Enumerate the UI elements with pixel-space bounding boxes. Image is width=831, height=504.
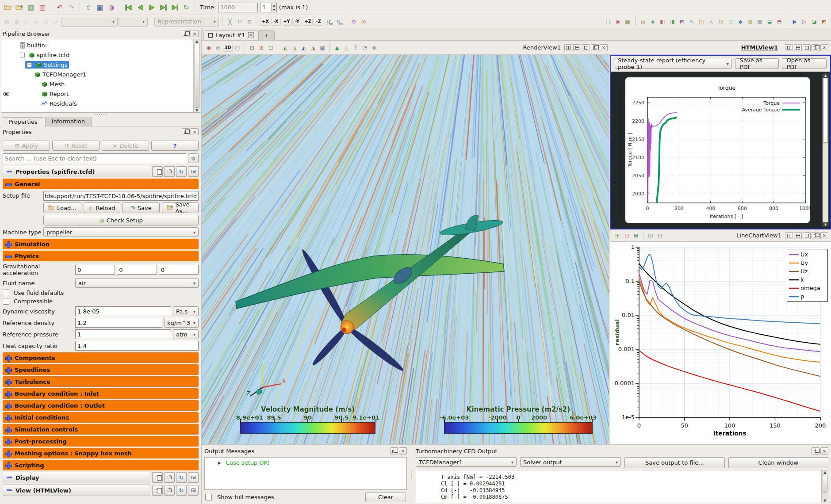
section-simulation[interactable]: Simulation [3, 239, 199, 249]
section-initial-conditions[interactable]: Initial conditions [3, 412, 199, 423]
clear-selection-icon[interactable]: ⊗ [370, 44, 379, 52]
gravity-y-field[interactable] [117, 265, 157, 275]
save-as-button[interactable]: Save As... [162, 202, 199, 213]
solver-output-box[interactable]: T_axis [Nm] = -2214.503Cl [-] = 0.002944… [416, 470, 828, 503]
visibility-eye-icon[interactable] [1, 92, 11, 96]
fluid-name-combo[interactable]: air▾ [75, 278, 199, 288]
viscosity-unit-combo[interactable]: Pa.s▾ [173, 306, 199, 316]
close-view-button[interactable]: × [820, 44, 828, 51]
heat-capacity-field[interactable] [75, 341, 199, 351]
component-combo[interactable]: ▾ [119, 17, 148, 27]
time-input[interactable] [218, 3, 258, 12]
report-scrollbar[interactable]: ▲▼ [822, 73, 829, 227]
warp-filter-icon[interactable]: ◬ [707, 18, 716, 26]
pipeline-item-residuals[interactable]: Residuals [1, 99, 193, 108]
close-panel-button[interactable]: × [191, 128, 199, 135]
capture-view-icon[interactable]: ◎ [214, 44, 222, 52]
pipeline-item-settings[interactable]: −Settings [1, 60, 193, 69]
cfd-output-type-combo[interactable]: Solver output▾ [520, 457, 621, 467]
panel-splitter-handle[interactable] [0, 113, 201, 116]
section-meshing-options-snappy-hex-mesh[interactable]: Meshing options : Snappy hex mesh [3, 448, 199, 458]
refresh-properties-button[interactable]: ↻ [176, 166, 187, 177]
paste-properties-button[interactable] [164, 166, 175, 177]
section-post-processing[interactable]: Post-processing [3, 436, 199, 447]
section-simulation-controls[interactable]: Simulation controls [3, 424, 199, 435]
select-points-through-icon[interactable]: ◮ [309, 44, 318, 52]
rescale-visible-range-icon[interactable]: ⊙ [245, 18, 254, 26]
preview-frame-icon[interactable]: ▢ [233, 44, 242, 52]
show-full-messages-checkbox[interactable] [205, 494, 212, 500]
select-cells-through-icon[interactable]: ◭ [299, 44, 308, 52]
frame-input[interactable] [260, 3, 271, 12]
save-output-button[interactable]: Save output to file... [624, 457, 725, 468]
calculator-filter-icon[interactable]: ▤ [639, 18, 647, 26]
chart-export-icon[interactable]: ⊞ [613, 232, 622, 240]
lasso-selection-icon[interactable]: ▷ [800, 18, 809, 26]
chart-reset-icon[interactable]: ⊡ [655, 232, 664, 240]
undo-icon[interactable]: ↶ [54, 3, 65, 12]
rotate-90-cw-button[interactable]: ↻-90 [334, 18, 343, 26]
interactive-select-cells-icon[interactable]: ▲ [333, 44, 341, 52]
select-block-icon[interactable]: ▦ [318, 44, 327, 52]
close-panel-button[interactable]: × [399, 447, 407, 454]
set-view-plus-x-button[interactable]: +X [260, 18, 270, 26]
close-view-button[interactable]: × [600, 44, 608, 51]
link-selection-icon[interactable]: ⇄ [51, 18, 60, 26]
section-scripting[interactable]: Scripting [3, 460, 199, 470]
expand-message-icon[interactable]: ▶ [218, 461, 221, 465]
refresh-properties-button[interactable]: ↻ [176, 472, 187, 483]
line-chart-view[interactable]: 10.10.010.0010.00011e-5050100150200Itera… [610, 242, 831, 444]
turbo-rotor-icon[interactable]: ◒ [765, 18, 774, 26]
save-as-pdf-button[interactable]: Save as PDF [735, 58, 779, 69]
link-time-icon[interactable]: ⇆ [42, 18, 50, 26]
toggle-3d-icon[interactable]: 3D [223, 44, 233, 52]
first-frame-button[interactable] [123, 3, 134, 12]
show-orientation-axes-icon[interactable]: ◎ [359, 18, 368, 26]
messages-list[interactable]: ▶Case setup OK! [204, 457, 407, 490]
cfd-scrollbar[interactable]: ▲▼ [821, 470, 828, 503]
clear-messages-button[interactable]: Clear [365, 492, 406, 502]
maximize-button[interactable] [582, 44, 590, 51]
layout-tab[interactable]: Layout #1 ✕ [203, 30, 259, 40]
maximize-button[interactable] [803, 44, 811, 51]
section-boundary-condition-inlet[interactable]: Boundary condition : Inlet [3, 388, 199, 399]
loop-button[interactable]: ↻ [181, 3, 191, 12]
selection-help-icon[interactable]: ? [351, 44, 360, 52]
extract-block-icon[interactable]: ⊟ [726, 18, 735, 26]
check-setup-button[interactable]: ◎Check Setup [43, 215, 199, 225]
split-vertical-button[interactable] [573, 44, 581, 51]
view-section-header[interactable]: View (HTMLView) [3, 485, 150, 496]
last-frame-button[interactable] [169, 3, 180, 12]
turbo-mesh-icon[interactable]: ▩ [755, 18, 764, 26]
save-button[interactable]: ↷Save [123, 202, 159, 213]
pipeline-item-spitfire-tcfd[interactable]: −spitfire.tcfd [1, 50, 193, 60]
rotate-90-ccw-button[interactable]: ↺+90 [324, 18, 333, 26]
reload-button[interactable]: ◐Reload [84, 202, 120, 213]
contour-filter-icon[interactable]: ◈ [648, 18, 657, 26]
float-panel-button[interactable] [182, 128, 190, 135]
link-add-icon[interactable]: ⇆ [22, 18, 31, 26]
frame-spinner-arrows[interactable]: ▲▼ [271, 3, 276, 12]
center-of-rotation-icon[interactable]: ⊕ [349, 18, 358, 26]
preview-mode-icon[interactable]: ▢ [604, 18, 613, 26]
add-layout-tab[interactable]: + [259, 30, 275, 40]
turbo-volume-icon[interactable]: ◍ [746, 18, 754, 26]
play-button[interactable] [146, 3, 157, 12]
copy-properties-button[interactable] [152, 166, 163, 177]
previous-frame-button[interactable] [135, 3, 146, 12]
save-defaults-button[interactable] [188, 472, 199, 483]
report-page[interactable]: 0200400600800100020002050210021502200225… [611, 72, 830, 229]
select-surface-pointer-icon[interactable]: ▶ [790, 18, 799, 26]
render-view-3d[interactable]: Y X Z Velocity Magnitude (m/s)8.9e+0189.… [202, 55, 609, 444]
zoom-pointer-icon[interactable]: ◪ [810, 18, 819, 26]
close-view-button[interactable]: × [820, 232, 828, 239]
copy-properties-button[interactable] [152, 472, 163, 483]
rescale-data-range-icon[interactable]: ╳ [226, 18, 234, 26]
color-by-combo[interactable]: ▾ [61, 17, 118, 27]
threshold-filter-icon[interactable]: ◩ [678, 18, 686, 26]
reference-pressure-field[interactable] [75, 329, 171, 339]
pipeline-tree[interactable]: builtin:−spitfire.tcfd−SettingsTCFDManag… [1, 39, 193, 112]
pipeline-item-builtin-[interactable]: builtin: [1, 40, 193, 50]
section-turbulence[interactable]: Turbulence [3, 376, 199, 387]
vary-color-icon[interactable]: ▧ [3, 18, 11, 26]
